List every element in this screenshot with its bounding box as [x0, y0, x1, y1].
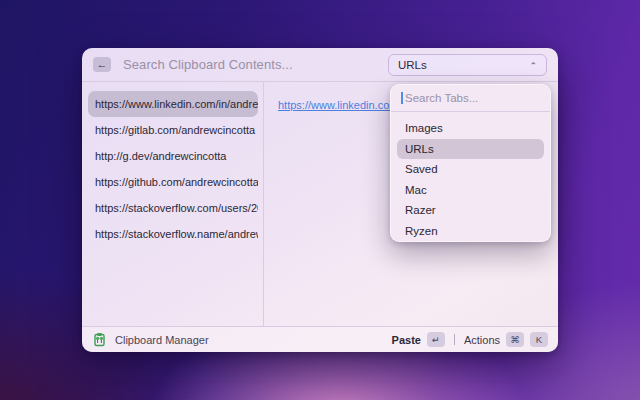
clipboard-item[interactable]: https://stackoverflow.name/andrew-... [88, 221, 258, 247]
clipboard-item[interactable]: http://g.dev/andrewcincotta [88, 143, 258, 169]
return-key-icon: ↵ [427, 332, 445, 347]
clipboard-item[interactable]: https://gitlab.com/andrewcincotta [88, 117, 258, 143]
dropdown-item-images[interactable]: Images [397, 118, 544, 138]
dropdown-item-saved[interactable]: Saved [397, 159, 544, 179]
dropdown-items: Images URLs Saved Mac Razer Ryzen [391, 112, 550, 241]
footer-bar: Clipboard Manager Paste ↵ Actions ⌘ K [82, 327, 558, 352]
preview-link[interactable]: https://www.linkedin.com/ [278, 99, 402, 111]
topbar: ← Search Clipboard Contents... URLs ⌃ [82, 48, 558, 81]
dropdown-item-razer[interactable]: Razer [397, 200, 544, 220]
back-arrow-icon: ← [97, 59, 108, 70]
paste-button[interactable]: Paste [392, 334, 421, 346]
dropdown-item-urls[interactable]: URLs [397, 139, 544, 159]
clipboard-history-list: https://www.linkedin.com/in/andrew... ht… [82, 82, 263, 326]
dropdown-item-ryzen[interactable]: Ryzen [397, 221, 544, 241]
text-caret [401, 92, 403, 104]
tab-filter-value: URLs [398, 59, 427, 71]
dropdown-search-placeholder: Search Tabs... [405, 92, 478, 104]
k-key-icon: K [530, 332, 548, 347]
command-key-icon: ⌘ [506, 332, 524, 347]
search-input[interactable]: Search Clipboard Contents... [123, 57, 293, 72]
clipboard-manager-icon [92, 332, 107, 347]
clipboard-item[interactable]: https://github.com/andrewcincotta [88, 169, 258, 195]
dropdown-item-mac[interactable]: Mac [397, 180, 544, 200]
clipboard-item[interactable]: https://stackoverflow.com/users/207... [88, 195, 258, 221]
footer-actions: Paste ↵ Actions ⌘ K [392, 332, 548, 347]
app-name: Clipboard Manager [115, 334, 209, 346]
tab-filter-dropdown-button[interactable]: URLs ⌃ [388, 54, 547, 76]
actions-button[interactable]: Actions [464, 334, 500, 346]
back-button[interactable]: ← [93, 57, 111, 72]
tab-filter-dropdown-menu: Search Tabs... Images URLs Saved Mac Raz… [390, 84, 551, 242]
chevron-up-icon: ⌃ [529, 61, 537, 71]
footer-separator [454, 334, 455, 345]
dropdown-search-input[interactable]: Search Tabs... [391, 85, 550, 111]
clipboard-item[interactable]: https://www.linkedin.com/in/andrew... [88, 91, 258, 117]
clipboard-manager-window: ← Search Clipboard Contents... URLs ⌃ ht… [82, 48, 558, 352]
